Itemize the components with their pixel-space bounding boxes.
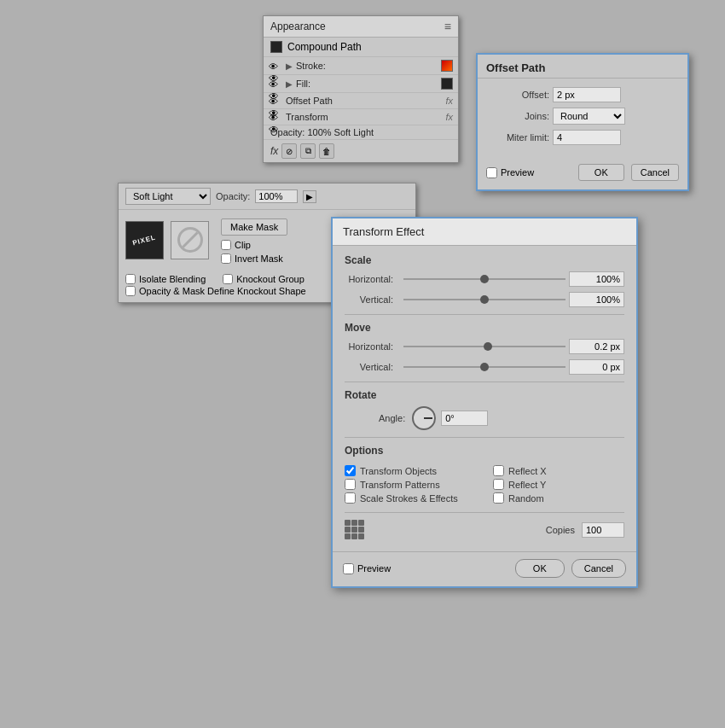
copies-grid-icon bbox=[345, 520, 364, 539]
transform-row[interactable]: 👁 Transform fx bbox=[264, 109, 458, 125]
move-h-thumb[interactable] bbox=[484, 342, 492, 351]
scale-section-title: Scale bbox=[345, 254, 624, 266]
move-h-label: Horizontal: bbox=[345, 341, 400, 352]
move-h-input[interactable] bbox=[569, 339, 624, 354]
opacity-row: Opacity: 100% Soft Light bbox=[264, 125, 458, 140]
random-checkbox[interactable] bbox=[493, 492, 504, 504]
reflect-x-row[interactable]: Reflect X bbox=[493, 465, 624, 476]
scale-h-thumb[interactable] bbox=[480, 275, 489, 283]
offset-path-row[interactable]: 👁 Offset Path fx bbox=[264, 93, 458, 109]
stroke-row[interactable]: 👁 ▶ Stroke: bbox=[264, 57, 458, 75]
appearance-bottom: fx ⊘ ⧉ 🗑 bbox=[264, 140, 458, 162]
knockout-group-checkbox[interactable] bbox=[223, 274, 233, 284]
offset-preview-checkbox[interactable] bbox=[486, 167, 497, 178]
grid-dot-8 bbox=[351, 533, 357, 539]
copies-input[interactable] bbox=[582, 522, 624, 538]
transform-objects-row[interactable]: Transform Objects bbox=[345, 465, 476, 476]
transform-patterns-label: Transform Patterns bbox=[360, 480, 440, 490]
random-row[interactable]: Random bbox=[493, 492, 624, 504]
fill-visibility-icon[interactable]: 👁 bbox=[269, 79, 282, 89]
thumbnail-text: PIXEL bbox=[132, 233, 157, 247]
scale-strokes-checkbox[interactable] bbox=[345, 492, 356, 504]
move-v-thumb[interactable] bbox=[480, 363, 489, 371]
stroke-expand-icon[interactable]: ▶ bbox=[286, 61, 293, 71]
clip-checkbox-row[interactable]: Clip bbox=[221, 239, 287, 251]
opacity-input[interactable] bbox=[255, 189, 298, 203]
transform-ok-button[interactable]: OK bbox=[515, 559, 565, 578]
clip-checkbox[interactable] bbox=[221, 240, 231, 250]
offset-ok-button[interactable]: OK bbox=[578, 164, 624, 181]
compound-path-label: Compound Path bbox=[287, 41, 362, 53]
scale-h-input[interactable] bbox=[569, 271, 624, 287]
move-h-slider[interactable] bbox=[403, 346, 566, 347]
miter-label: Miter limit: bbox=[490, 132, 549, 143]
scale-strokes-row[interactable]: Scale Strokes & Effects bbox=[345, 492, 476, 504]
opacity-mask-checkbox[interactable] bbox=[125, 286, 136, 296]
offset-input[interactable] bbox=[553, 87, 621, 102]
opacity-text: Opacity: 100% Soft Light bbox=[270, 127, 374, 137]
compound-path-swatch bbox=[270, 41, 282, 53]
grid-dot-2 bbox=[351, 520, 357, 526]
scale-v-slider[interactable] bbox=[403, 299, 566, 300]
invert-mask-checkbox-row[interactable]: Invert Mask bbox=[221, 253, 287, 265]
panel-menu-icon[interactable]: ≡ bbox=[444, 20, 451, 33]
stroke-swatch[interactable] bbox=[441, 60, 453, 72]
isolate-blending-row[interactable]: Isolate Blending bbox=[125, 273, 206, 285]
reflect-y-checkbox[interactable] bbox=[493, 479, 504, 490]
reflect-x-label: Reflect X bbox=[508, 466, 547, 476]
offset-visibility-icon[interactable]: 👁 bbox=[269, 96, 282, 106]
transform-objects-checkbox[interactable] bbox=[345, 465, 356, 476]
copies-row: Copies bbox=[345, 512, 624, 543]
clip-label: Clip bbox=[235, 240, 251, 250]
scale-v-thumb[interactable] bbox=[480, 295, 489, 304]
offset-row: Offset: bbox=[490, 87, 676, 102]
move-rotate-divider bbox=[345, 381, 624, 382]
move-v-slider[interactable] bbox=[403, 366, 566, 368]
angle-dial[interactable] bbox=[412, 406, 436, 430]
transform-patterns-checkbox[interactable] bbox=[345, 479, 356, 490]
no-icon-btn[interactable]: ⊘ bbox=[281, 143, 297, 159]
transform-preview-checkbox[interactable] bbox=[343, 563, 354, 574]
fill-row[interactable]: 👁 ▶ Fill: bbox=[264, 75, 458, 93]
angle-input[interactable] bbox=[441, 411, 488, 426]
transform-preview-row[interactable]: Preview bbox=[343, 563, 508, 574]
blend-top-row: Soft Light Normal Multiply Screen Overla… bbox=[119, 183, 415, 210]
scale-vertical-row: Vertical: bbox=[345, 292, 624, 307]
copy-icon-btn[interactable]: ⧉ bbox=[300, 143, 316, 159]
transform-effect-dialog: Transform Effect Scale Horizontal: Verti… bbox=[331, 217, 638, 588]
scale-strokes-label: Scale Strokes & Effects bbox=[360, 493, 458, 504]
make-mask-button[interactable]: Make Mask bbox=[221, 218, 287, 236]
layer-thumbnail: PIXEL bbox=[125, 221, 164, 259]
opacity-arrow-btn[interactable]: ▶ bbox=[303, 190, 316, 203]
scale-h-slider[interactable] bbox=[403, 278, 566, 280]
delete-icon-btn[interactable]: 🗑 bbox=[319, 143, 334, 159]
reflect-y-row[interactable]: Reflect Y bbox=[493, 479, 624, 490]
invert-mask-checkbox[interactable] bbox=[221, 253, 231, 264]
miter-input[interactable] bbox=[553, 130, 621, 145]
isolate-blending-checkbox[interactable] bbox=[125, 274, 136, 284]
fx-button[interactable]: fx bbox=[270, 145, 278, 157]
transform-cancel-button[interactable]: Cancel bbox=[571, 559, 626, 578]
joins-select[interactable]: Round Miter Bevel bbox=[553, 108, 625, 125]
offset-fx-icon: fx bbox=[445, 96, 453, 106]
isolate-blending-label: Isolate Blending bbox=[139, 274, 206, 284]
offset-preview-row[interactable]: Preview bbox=[486, 167, 571, 178]
fill-expand-icon[interactable]: ▶ bbox=[286, 79, 293, 89]
opacity-label: Opacity: bbox=[216, 191, 250, 201]
reflect-x-checkbox[interactable] bbox=[493, 465, 504, 476]
transform-visibility-icon[interactable]: 👁 bbox=[269, 112, 282, 122]
fill-swatch[interactable] bbox=[441, 78, 453, 90]
scale-v-input[interactable] bbox=[569, 292, 624, 307]
blend-mode-select[interactable]: Soft Light Normal Multiply Screen Overla… bbox=[125, 188, 211, 205]
move-v-input[interactable] bbox=[569, 359, 624, 375]
appearance-panel: Appearance ≡ Compound Path 👁 ▶ Stroke: 👁… bbox=[263, 15, 459, 163]
random-label: Random bbox=[508, 493, 544, 504]
offset-cancel-button[interactable]: Cancel bbox=[631, 164, 679, 181]
transform-dialog-body: Scale Horizontal: Vertical: Move Horizon… bbox=[333, 246, 636, 551]
knockout-group-row[interactable]: Knockout Group bbox=[223, 273, 304, 285]
transform-patterns-row[interactable]: Transform Patterns bbox=[345, 479, 476, 490]
compound-path-header: Compound Path bbox=[264, 38, 458, 57]
stroke-visibility-icon[interactable]: 👁 bbox=[269, 61, 282, 71]
reflect-y-label: Reflect Y bbox=[508, 480, 546, 490]
stroke-label: Stroke: bbox=[296, 61, 438, 71]
